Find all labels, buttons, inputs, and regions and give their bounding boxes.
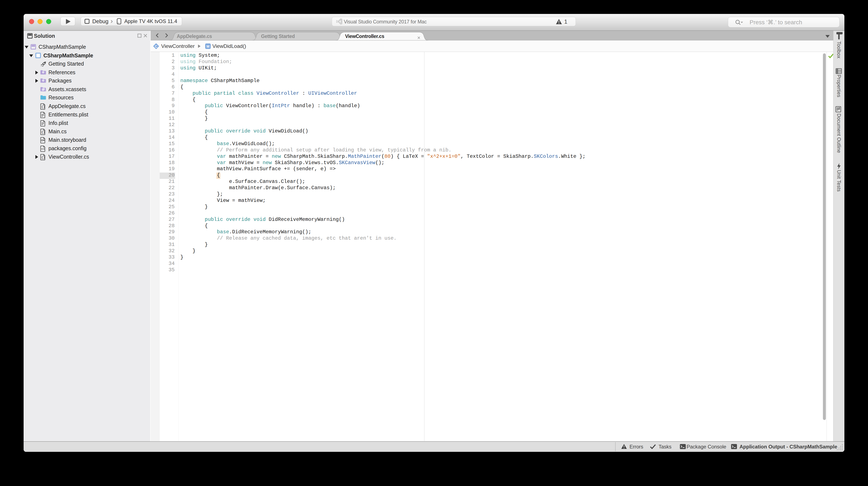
svg-text:{}: {}: [41, 105, 45, 109]
svg-text:{}: {}: [41, 131, 45, 134]
svg-text:M: M: [207, 45, 209, 49]
svg-text:C: C: [155, 45, 157, 49]
svg-text:<>: <>: [41, 147, 45, 151]
svg-text:{}: {}: [41, 156, 45, 160]
